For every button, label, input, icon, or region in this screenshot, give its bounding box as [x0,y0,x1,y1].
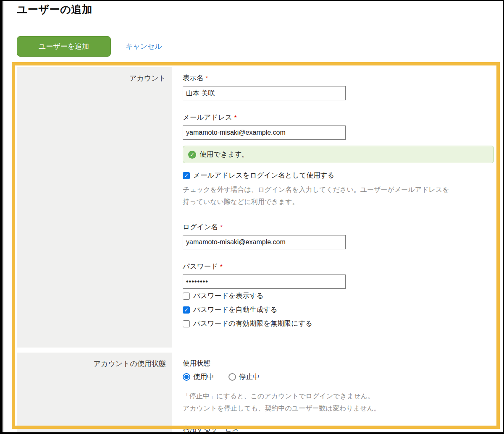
usage-status-hint-line2: アカウントを停止しても、契約中のユーザー数は変わりません。 [183,402,496,414]
screenshot-border-left-inner [3,0,4,434]
email-label: メールアドレス* [183,113,496,122]
password-no-expiry-label: パスワードの有効期限を無期限にする [193,319,312,328]
add-user-button[interactable]: ユーザーを追加 [17,36,111,57]
usage-status-hint-line1: 「停止中」にすると、このアカウントでログインできません。 [183,390,496,402]
password-label-text: パスワード [183,262,218,270]
auto-generate-password-label: パスワードを自動生成する [193,305,278,314]
use-email-as-login-row: メールアドレスをログイン名として使用する [183,171,496,180]
usage-status-radio-active[interactable] [183,373,190,381]
display-name-label-text: 表示名 [183,74,204,81]
email-availability-message: ✓ 使用できます。 [183,146,494,163]
email-availability-text: 使用できます。 [200,150,249,159]
login-name-label: ログイン名* [183,222,496,232]
auto-generate-password-row: パスワードを自動生成する [183,305,496,314]
login-name-label-text: ログイン名 [183,223,218,230]
add-user-form: アカウント 表示名* メールアドレス* ✓ 使用できます。 メールアドレスをログ… [17,67,496,434]
display-name-label: 表示名* [183,73,496,83]
account-section-content: 表示名* メールアドレス* ✓ 使用できます。 メールアドレスをログイン名として… [172,67,496,348]
show-password-row: パスワードを表示する [183,291,496,301]
usage-status-option-suspended: 停止中 [228,372,260,382]
required-asterisk: * [234,114,237,121]
screenshot-border-left [0,0,3,434]
password-input [183,275,346,289]
display-name-input[interactable] [183,86,346,100]
usage-status-label: 使用状態 [183,359,496,368]
toolbar: ユーザーを追加 キャンセル [17,36,162,57]
password-no-expiry-row: パスワードの有効期限を無期限にする [183,319,496,328]
account-status-section-content: 使用状態 使用中 停止中 「停止中」にすると、このアカウントでログインできません… [172,353,496,434]
cancel-link[interactable]: キャンセル [126,42,162,51]
account-status-section-row: アカウントの使用状態 使用状態 使用中 停止中 「停止中」にすると、このアカウン… [17,353,496,434]
login-name-input [183,235,346,249]
password-no-expiry-checkbox[interactable] [183,320,190,327]
account-section-row: アカウント 表示名* メールアドレス* ✓ 使用できます。 メールアドレスをログ… [17,67,496,348]
required-asterisk: * [220,263,223,270]
check-circle-icon: ✓ [188,151,196,159]
screenshot-border-bottom [0,432,504,434]
usage-status-radio-suspended[interactable] [228,373,236,381]
usage-status-option-active: 使用中 [183,372,214,382]
login-name-hint: チェックを外す場合は、ログイン名を入力してください。ユーザーがメールアドレスを … [183,183,496,208]
section-label-account: アカウント [17,67,172,348]
usage-status-option-active-label: 使用中 [193,372,214,382]
required-asterisk: * [206,74,208,81]
use-email-as-login-label: メールアドレスをログイン名として使用する [193,171,334,180]
password-label: パスワード* [183,262,496,271]
required-asterisk: * [220,223,223,230]
usage-status-radio-group: 使用中 停止中 [183,372,496,382]
email-input[interactable] [183,125,346,140]
page-title: ユーザーの追加 [17,3,92,16]
section-label-account-status: アカウントの使用状態 [17,353,172,434]
login-name-hint-line1: チェックを外す場合は、ログイン名を入力してください。ユーザーがメールアドレスを [183,183,496,196]
screenshot-border-top [0,0,504,1]
use-email-as-login-checkbox[interactable] [183,172,190,179]
email-label-text: メールアドレス [183,113,232,121]
usage-status-hint: 「停止中」にすると、このアカウントでログインできません。 アカウントを停止しても… [183,390,496,414]
show-password-label: パスワードを表示する [193,291,264,301]
auto-generate-password-checkbox[interactable] [183,306,190,314]
login-name-hint-line2: 持っていない際などに利用できます。 [183,196,496,208]
usage-status-option-suspended-label: 停止中 [239,372,260,382]
show-password-checkbox[interactable] [183,293,190,300]
